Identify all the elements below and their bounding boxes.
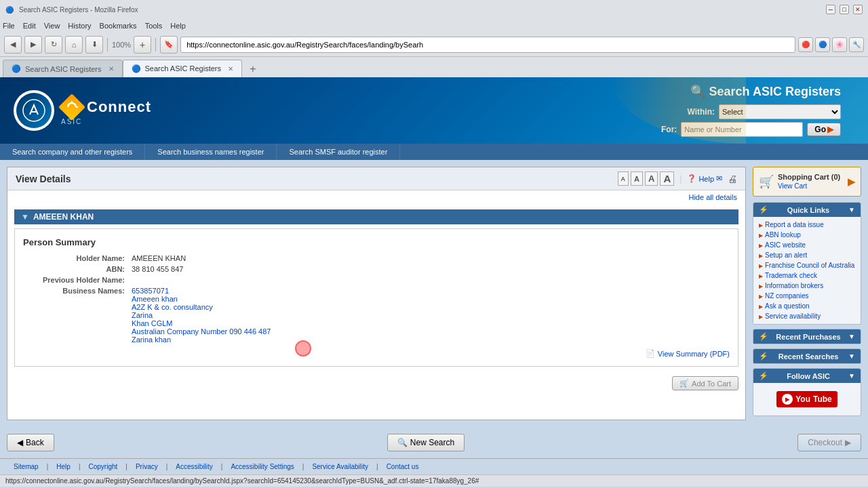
business-name-link-1[interactable]: Ameeen khan xyxy=(132,295,178,303)
toolbar-icon-2[interactable]: 🔵 xyxy=(815,37,830,52)
quick-link-9[interactable]: Service availability xyxy=(759,311,855,321)
minimize-button[interactable]: ─ xyxy=(826,5,835,14)
zoom-in-button[interactable]: + xyxy=(134,36,151,54)
cart-arrow-icon[interactable]: ▶ xyxy=(848,176,855,187)
help-link[interactable]: ❓ Help ✉ xyxy=(687,174,722,183)
footer-contact[interactable]: Contact us xyxy=(387,463,419,470)
back-nav-button[interactable]: ◀ xyxy=(4,36,22,54)
go-button[interactable]: Go ▶ xyxy=(807,123,841,136)
tab-1[interactable]: 🔵 Search ASIC Registers ✕ xyxy=(3,60,123,77)
font-small-button[interactable]: A xyxy=(618,171,629,186)
quick-link-7[interactable]: NZ companies xyxy=(759,291,855,301)
view-pdf-link[interactable]: 📄 View Summary (PDF) xyxy=(23,349,730,358)
quick-links-header[interactable]: ⚡ Quick Links ▼ xyxy=(753,203,861,217)
footer-accessibility[interactable]: Accessibility xyxy=(176,463,212,470)
connect-brand-text: Connect xyxy=(87,98,151,116)
menu-tools[interactable]: Tools xyxy=(145,22,163,30)
quick-links-toggle[interactable]: ▼ xyxy=(848,206,855,214)
new-tab-button[interactable]: + xyxy=(245,61,261,77)
recent-searches-toggle[interactable]: ▼ xyxy=(848,352,855,360)
hide-all-link[interactable]: Hide all details xyxy=(7,190,745,204)
section-collapse-icon[interactable]: ▼ xyxy=(21,212,29,222)
view-cart-link[interactable]: View Cart xyxy=(778,182,807,190)
toolbar-icon-3[interactable]: 🌸 xyxy=(832,37,847,52)
maximize-button[interactable]: □ xyxy=(840,5,849,14)
tab-label-1: Search ASIC Registers xyxy=(25,65,102,73)
quick-link-5[interactable]: Trademark check xyxy=(759,270,855,281)
bookmark-button[interactable]: 🔖 xyxy=(160,36,178,54)
youtube-label: You xyxy=(795,394,810,404)
close-button[interactable]: ✕ xyxy=(853,5,863,14)
footer-copyright[interactable]: Copyright xyxy=(88,463,117,470)
back-button[interactable]: ◀ Back xyxy=(7,434,54,451)
quick-link-2[interactable]: ASIC website xyxy=(759,240,855,250)
font-medium-button[interactable]: A xyxy=(631,171,643,186)
menu-file[interactable]: File xyxy=(3,22,15,30)
quick-link-1[interactable]: ABN lookup xyxy=(759,230,855,240)
quick-link-3[interactable]: Setup an alert xyxy=(759,250,855,260)
reload-button[interactable]: ↻ xyxy=(45,36,62,54)
page-title: View Details xyxy=(16,174,71,184)
business-name-link-0[interactable]: 653857071 xyxy=(132,287,169,295)
font-xlarge-button[interactable]: A xyxy=(660,171,674,186)
holder-name-label: Holder Name: xyxy=(23,254,132,262)
follow-asic-icon: ⚡ xyxy=(759,371,768,380)
font-large-button[interactable]: A xyxy=(645,171,658,186)
footer-service-availability[interactable]: Service Availability xyxy=(312,463,368,470)
asic-brand-text: ASIC xyxy=(61,118,151,125)
quick-link-4[interactable]: Franchise Council of Australia xyxy=(759,260,855,270)
quick-links-list: Report a data issue ABN lookup ASIC webs… xyxy=(753,217,861,324)
quick-link-8[interactable]: Ask a question xyxy=(759,301,855,311)
recent-purchases-title: Recent Purchases xyxy=(776,333,840,341)
home-button[interactable]: ⌂ xyxy=(65,36,83,54)
print-button[interactable]: 🖨 xyxy=(728,174,737,184)
recent-searches-header[interactable]: ⚡ Recent Searches ▼ xyxy=(753,349,861,363)
menu-help[interactable]: Help xyxy=(170,22,186,30)
footer-sitemap[interactable]: Sitemap xyxy=(14,463,39,470)
business-name-link-4[interactable]: Khan CGLM xyxy=(132,319,173,327)
menu-view[interactable]: View xyxy=(44,22,60,30)
recent-searches-title: Recent Searches xyxy=(778,352,839,361)
business-name-link-6[interactable]: Zarina khan xyxy=(132,336,171,344)
new-search-button[interactable]: 🔍 New Search xyxy=(387,434,465,451)
asic-logo xyxy=(14,90,54,131)
toolbar-icon-1[interactable]: 🔴 xyxy=(798,37,813,52)
back-arrow-icon: ◀ xyxy=(17,438,23,447)
youtube-tube-text: Tube xyxy=(813,394,832,404)
business-name-link-3[interactable]: Zarina xyxy=(132,311,153,319)
download-button[interactable]: ⬇ xyxy=(85,36,103,54)
menu-edit[interactable]: Edit xyxy=(23,22,36,30)
recent-purchases-icon: ⚡ xyxy=(759,332,768,341)
recent-purchases-header[interactable]: ⚡ Recent Purchases ▼ xyxy=(753,329,861,344)
menu-bookmarks[interactable]: Bookmarks xyxy=(100,22,137,30)
footer-help[interactable]: Help xyxy=(56,463,71,470)
font-size-controls: A A A A xyxy=(618,171,675,186)
nav-tab-company[interactable]: Search company and other registers xyxy=(0,144,145,160)
person-summary-box: Person Summary Holder Name: AMEEEN KHAN … xyxy=(14,228,738,367)
quick-link-0[interactable]: Report a data issue xyxy=(759,220,855,230)
add-to-cart-button[interactable]: 🛒 Add To Cart xyxy=(672,376,738,390)
footer-privacy[interactable]: Privacy xyxy=(136,463,158,470)
recent-purchases-toggle[interactable]: ▼ xyxy=(848,333,855,340)
youtube-logo[interactable]: ▶ You Tube xyxy=(776,391,837,407)
zoom-level: 100% xyxy=(112,41,131,49)
quick-link-6[interactable]: Information brokers xyxy=(759,281,855,291)
recent-purchases-box: ⚡ Recent Purchases ▼ xyxy=(753,329,861,344)
forward-nav-button[interactable]: ▶ xyxy=(24,36,42,54)
tab-2[interactable]: 🔵 Search ASIC Registers ✕ xyxy=(123,60,243,77)
nav-tab-smsf[interactable]: Search SMSF auditor register xyxy=(277,144,400,160)
menu-history[interactable]: History xyxy=(68,22,91,30)
follow-asic-header[interactable]: ⚡ Follow ASIC ▼ xyxy=(753,369,861,383)
footer-accessibility-settings[interactable]: Accessibility Settings xyxy=(231,463,294,470)
business-name-link-2[interactable]: A2Z K & co. consultancy xyxy=(132,303,213,311)
address-bar[interactable] xyxy=(180,37,795,53)
tab-close-2[interactable]: ✕ xyxy=(228,65,233,73)
pdf-icon: 📄 xyxy=(646,349,655,358)
nav-tab-business[interactable]: Search business names register xyxy=(145,144,277,160)
status-text: https://connectonline.asic.gov.au/Regist… xyxy=(5,477,479,485)
business-name-link-5[interactable]: Australian Company Number 090 446 487 xyxy=(132,327,271,336)
toolbar-icon-4[interactable]: 🔧 xyxy=(849,37,864,52)
follow-asic-toggle[interactable]: ▼ xyxy=(848,372,855,380)
checkout-button[interactable]: Checkout ▶ xyxy=(797,434,861,451)
tab-close-1[interactable]: ✕ xyxy=(108,65,114,73)
